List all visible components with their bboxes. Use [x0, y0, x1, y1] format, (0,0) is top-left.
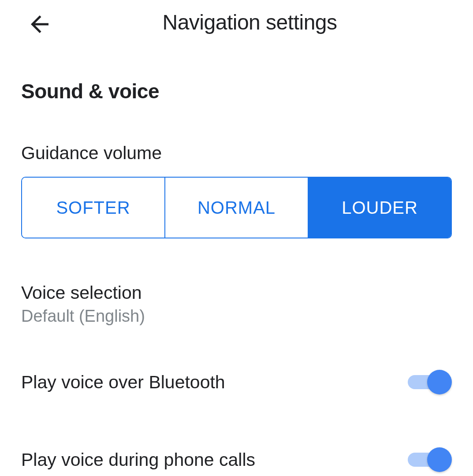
guidance-volume-label: Guidance volume	[21, 143, 452, 164]
bluetooth-toggle[interactable]	[408, 370, 452, 394]
back-button[interactable]	[26, 11, 53, 39]
toggle-thumb	[427, 370, 452, 394]
voice-selection-title: Voice selection	[21, 283, 452, 303]
section-title: Sound & voice	[21, 79, 452, 103]
header: Navigation settings	[0, 0, 473, 44]
volume-softer-button[interactable]: SOFTER	[22, 178, 165, 238]
voice-selection-item[interactable]: Voice selection Default (English)	[21, 283, 452, 326]
bluetooth-toggle-label: Play voice over Bluetooth	[21, 372, 225, 393]
toggle-thumb	[427, 447, 452, 472]
content: Sound & voice Guidance volume SOFTER NOR…	[0, 44, 473, 472]
voice-selection-subtitle: Default (English)	[21, 307, 452, 326]
arrow-back-icon	[26, 11, 53, 37]
volume-normal-button[interactable]: NORMAL	[165, 178, 309, 238]
phone-calls-toggle[interactable]	[408, 447, 452, 472]
phone-calls-toggle-label: Play voice during phone calls	[21, 450, 255, 470]
bluetooth-toggle-row: Play voice over Bluetooth	[21, 370, 452, 394]
guidance-volume-control: SOFTER NORMAL LOUDER	[21, 177, 452, 238]
phone-calls-toggle-row: Play voice during phone calls	[21, 447, 452, 472]
volume-louder-button[interactable]: LOUDER	[309, 178, 451, 238]
page-title: Navigation settings	[26, 10, 473, 34]
